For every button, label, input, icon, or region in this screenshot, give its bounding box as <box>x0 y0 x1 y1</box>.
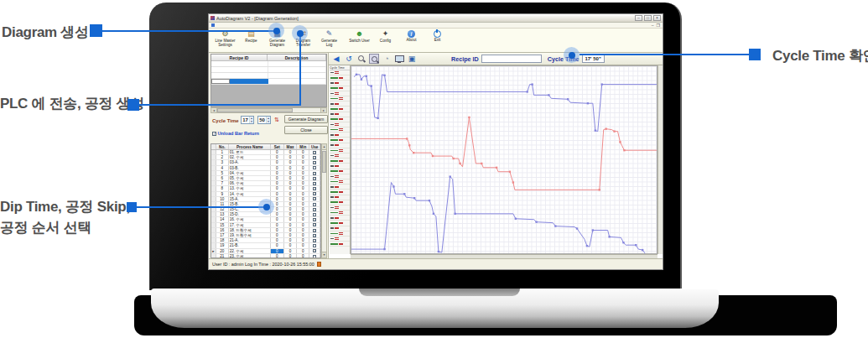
use-checkbox[interactable] <box>309 243 320 247</box>
use-checkbox[interactable]: ✓ <box>309 171 320 175</box>
generate-diagram-button[interactable]: Generate Diagram <box>284 115 328 123</box>
use-checkbox[interactable]: ✓ <box>309 228 320 232</box>
checked-checkbox-icon[interactable]: ✓ <box>313 234 316 237</box>
use-checkbox[interactable]: ✓ <box>309 223 320 227</box>
strip-mark <box>330 82 334 84</box>
toolbar-line-master-settings-button[interactable]: ⚙Line MasterSettings <box>212 29 238 52</box>
recipe-selected-cell[interactable] <box>230 79 268 84</box>
use-checkbox[interactable]: ✓ <box>309 238 320 242</box>
recipe-table-row[interactable] <box>211 73 326 79</box>
checked-checkbox-icon[interactable]: ✓ <box>313 192 316 195</box>
chart-vscrollbar[interactable] <box>657 65 663 254</box>
use-checkbox[interactable] <box>309 212 320 216</box>
checkbox-icon[interactable]: ✓ <box>212 132 216 136</box>
cycle-seconds-spinner[interactable]: 50 ▲▼ <box>257 116 271 124</box>
cycle-seconds-value[interactable]: 50 <box>258 117 266 123</box>
checked-checkbox-icon[interactable]: ✓ <box>313 197 316 200</box>
maximize-button[interactable]: □ <box>644 15 652 21</box>
checked-checkbox-icon[interactable]: ✓ <box>313 187 316 190</box>
back-arrow-icon[interactable]: ◀ <box>331 54 341 64</box>
unload-bar-return-checkbox[interactable]: ✓ Unload Bar Return <box>212 131 259 136</box>
checked-checkbox-icon[interactable]: ✓ <box>313 218 316 221</box>
zoom-out-icon[interactable] <box>356 54 366 64</box>
unchecked-checkbox-icon[interactable] <box>313 166 316 169</box>
toolbar-about-button[interactable]: iAbout <box>398 29 424 52</box>
use-checkbox[interactable]: ✓ <box>309 181 320 185</box>
unchecked-checkbox-icon[interactable] <box>313 203 316 206</box>
scroll-up-icon[interactable]: ▴ <box>322 144 326 150</box>
strip-mark <box>339 170 343 172</box>
strip-mark <box>339 160 343 162</box>
cycle-minutes-spinner[interactable]: 17 ▲▼ <box>241 116 254 124</box>
checked-checkbox-icon[interactable]: ✓ <box>313 161 316 164</box>
toolbar-switch-user-button[interactable]: ☻Switch User <box>346 29 372 52</box>
scroll-left-icon[interactable]: ◂ <box>211 108 217 112</box>
undo-icon[interactable]: ↺ <box>344 54 354 64</box>
use-checkbox[interactable] <box>309 166 320 170</box>
zoom-select-icon[interactable] <box>369 54 379 64</box>
data-point-marker <box>403 193 405 195</box>
use-checkbox[interactable]: ✓ <box>309 160 320 164</box>
toolbar-recipe-button[interactable]: ▤Recipe <box>238 29 264 52</box>
save-icon[interactable]: ▣ <box>407 54 417 64</box>
use-checkbox[interactable]: ✓ <box>309 155 320 159</box>
data-point-marker <box>623 149 625 151</box>
toolbar-exit-button[interactable]: Exit <box>424 29 450 52</box>
checked-checkbox-icon[interactable]: ✓ <box>313 172 316 175</box>
mdi-restore-button[interactable]: ❐ <box>657 23 660 28</box>
process-time-strip[interactable]: Cycle Time <box>330 65 351 254</box>
use-checkbox[interactable]: ✓ <box>309 233 320 237</box>
checked-checkbox-icon[interactable]: ✓ <box>313 177 316 180</box>
toolbar-button-label: Log <box>326 43 333 47</box>
spin-down-icon[interactable]: ▼ <box>250 120 253 123</box>
recipe-table-row[interactable] <box>211 67 326 73</box>
process-vscrollbar[interactable]: ▴ ▾ <box>321 143 327 258</box>
strip-mark <box>339 180 343 182</box>
use-checkbox[interactable]: ✓ <box>309 207 320 211</box>
use-checkbox[interactable]: ✓ <box>309 197 320 201</box>
close-dialog-button[interactable]: Close <box>284 126 328 134</box>
unchecked-checkbox-icon[interactable] <box>313 213 316 216</box>
unchecked-checkbox-icon[interactable] <box>313 255 316 258</box>
process-cell: 0 <box>284 243 298 247</box>
close-button[interactable]: × <box>653 15 661 21</box>
checked-checkbox-icon[interactable]: ✓ <box>313 151 316 154</box>
recipe-hscrollbar[interactable]: ◂ ▸ <box>211 107 327 113</box>
mdi-minimize-button[interactable]: – <box>652 23 654 28</box>
recipe-id-input[interactable] <box>481 55 542 63</box>
recipe-table-row[interactable] <box>211 61 326 67</box>
toolbar-generate-log-button[interactable]: ✎GenerateLog <box>316 29 342 52</box>
spin-down-icon[interactable]: ▼ <box>267 120 270 123</box>
checked-checkbox-icon[interactable]: ✓ <box>313 208 316 211</box>
scrollbar-thumb[interactable] <box>217 108 293 112</box>
use-checkbox[interactable]: ✓ <box>309 249 320 253</box>
monitor-icon[interactable] <box>394 54 404 64</box>
use-checkbox[interactable] <box>309 202 320 206</box>
minimize-button[interactable]: – <box>635 15 642 21</box>
diagram-chart[interactable] <box>351 65 657 254</box>
recipe-table-row[interactable] <box>211 79 326 85</box>
strip-mark <box>330 191 338 193</box>
checked-checkbox-icon[interactable]: ✓ <box>313 249 316 252</box>
checked-checkbox-icon[interactable]: ✓ <box>313 223 316 226</box>
recipe-edit-cell[interactable] <box>211 79 230 84</box>
pie-view-icon[interactable]: ◔ <box>382 54 392 64</box>
use-checkbox[interactable]: ✓ <box>309 186 320 190</box>
toolbar-config-button[interactable]: ✦Config <box>372 29 398 52</box>
checked-checkbox-icon[interactable]: ✓ <box>313 239 316 242</box>
use-checkbox[interactable]: ✓ <box>309 192 320 196</box>
scroll-right-icon[interactable]: ▸ <box>320 108 326 112</box>
use-checkbox[interactable]: ✓ <box>309 150 320 154</box>
use-checkbox[interactable]: ✓ <box>309 217 320 221</box>
cycle-minutes-value[interactable]: 17 <box>242 117 249 123</box>
scroll-down-icon[interactable]: ▾ <box>322 252 326 257</box>
refresh-icon[interactable]: ⇅ <box>274 117 279 123</box>
use-checkbox[interactable]: ✓ <box>309 176 320 180</box>
checked-checkbox-icon[interactable]: ✓ <box>313 182 316 185</box>
scrollbar-thumb[interactable] <box>322 151 326 173</box>
unchecked-checkbox-icon[interactable] <box>313 244 316 247</box>
checked-checkbox-icon[interactable]: ✓ <box>313 156 316 159</box>
checked-checkbox-icon[interactable]: ✓ <box>313 229 316 232</box>
recipe-table[interactable]: Recipe ID Description <box>211 54 327 107</box>
annotation-connector <box>137 206 267 208</box>
